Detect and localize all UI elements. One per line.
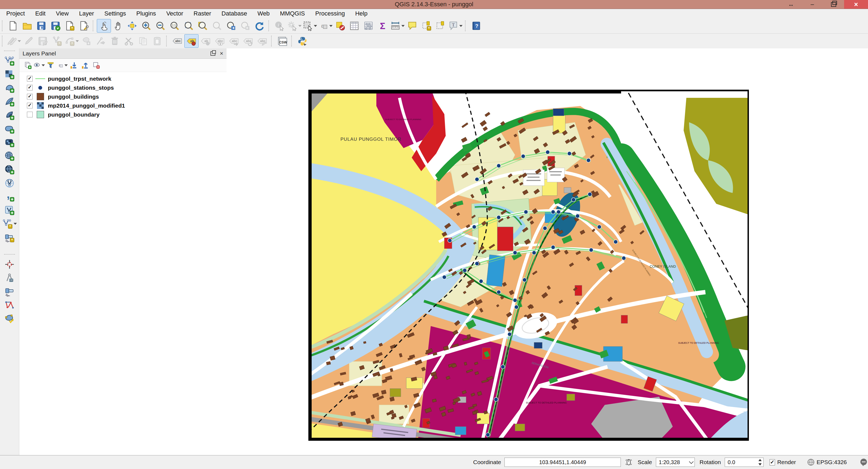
- menu-view[interactable]: View: [51, 10, 74, 17]
- add-group-button[interactable]: [22, 60, 33, 71]
- composer-manager-button[interactable]: [77, 19, 91, 33]
- menu-help[interactable]: Help: [350, 10, 373, 17]
- toolbar-grip[interactable]: [269, 21, 271, 31]
- expand-all-button[interactable]: [68, 60, 79, 71]
- zoom-full-button[interactable]: [182, 19, 196, 33]
- panel-float-icon[interactable]: [211, 52, 215, 56]
- select-by-expression-button[interactable]: ε: [318, 19, 333, 33]
- geometry-checker-button[interactable]: [2, 312, 17, 326]
- extents-toggle-icon[interactable]: [625, 458, 633, 466]
- panel-close-icon[interactable]: ×: [220, 50, 223, 57]
- select-by-expression-dropdown-icon[interactable]: [329, 25, 333, 27]
- menu-plugins[interactable]: Plugins: [131, 10, 161, 17]
- rotation-spinner[interactable]: 0.0: [725, 458, 764, 467]
- map-tips-button[interactable]: [405, 19, 419, 33]
- manage-visibility-button[interactable]: [33, 60, 45, 71]
- menu-web[interactable]: Web: [252, 10, 275, 17]
- filter-legend-button[interactable]: [45, 60, 56, 71]
- menu-settings[interactable]: Settings: [99, 10, 131, 17]
- text-annotation-button[interactable]: T: [447, 19, 463, 33]
- gps-tools-button[interactable]: [2, 285, 17, 298]
- manage-visibility-dropdown-icon[interactable]: [41, 64, 45, 66]
- restore-button[interactable]: [823, 0, 844, 9]
- measure-dropdown-icon[interactable]: [401, 25, 405, 27]
- touch-zoom-pan-button[interactable]: [97, 19, 111, 33]
- layer-item-punggol_trpst_network[interactable]: ✓punggol_trpst_network: [19, 74, 226, 83]
- show-bookmarks-button[interactable]: [433, 19, 447, 33]
- spin-down-icon[interactable]: [758, 463, 762, 466]
- layer-item-punggol_boundary[interactable]: punggol_boundary: [19, 110, 226, 119]
- layer-visibility-checkbox[interactable]: ✓: [27, 85, 33, 91]
- add-delimited-text-layer-button[interactable]: ,: [2, 190, 17, 203]
- zoom-out-button[interactable]: [153, 19, 167, 33]
- map-canvas[interactable]: PULAU PUNGGOL TIMOR CONEY ISLAND SUBJECT…: [226, 48, 868, 456]
- menu-raster[interactable]: Raster: [188, 10, 216, 17]
- toolbar-grip[interactable]: [271, 36, 273, 46]
- close-button[interactable]: ×: [844, 0, 868, 9]
- open-project-button[interactable]: [20, 19, 34, 33]
- text-annotation-dropdown-icon[interactable]: [459, 25, 463, 27]
- menu-vector[interactable]: Vector: [161, 10, 188, 17]
- layer-visibility-checkbox[interactable]: ✓: [27, 94, 33, 99]
- coordinate-capture-button[interactable]: [2, 258, 17, 271]
- crs-status-icon[interactable]: [807, 458, 815, 466]
- add-wms-layer-button[interactable]: [2, 149, 17, 163]
- zoom-to-layer-button[interactable]: [196, 19, 210, 33]
- menu-processing[interactable]: Processing: [310, 10, 350, 17]
- layer-visibility-checkbox[interactable]: ✓: [27, 76, 33, 81]
- toolbar-grip[interactable]: [465, 21, 467, 31]
- pan-map-button[interactable]: [111, 19, 125, 33]
- add-vector-layer-button[interactable]: [2, 54, 17, 68]
- zoom-last-button[interactable]: [224, 19, 238, 33]
- remove-layer-button[interactable]: [91, 60, 102, 71]
- add-db2-layer-button[interactable]: [2, 136, 17, 149]
- render-checkbox[interactable]: ✓: [770, 459, 775, 466]
- toolbar-grip[interactable]: [2, 36, 4, 46]
- coordinate-input[interactable]: 103.94451,1.40449: [504, 458, 621, 467]
- help-contents-button[interactable]: ?: [469, 19, 483, 33]
- save-project-as-button[interactable]: [49, 19, 63, 33]
- new-composer-button[interactable]: *: [63, 19, 77, 33]
- new-bookmark-button[interactable]: *: [419, 19, 433, 33]
- menu-project[interactable]: Project: [1, 10, 30, 17]
- toolbar-grip[interactable]: [291, 36, 293, 46]
- window-drag-icon[interactable]: ↔: [780, 0, 802, 9]
- layer-item-punggol_stations_stops[interactable]: ✓punggol_stations_stops: [19, 83, 226, 92]
- dxf2shape-converter-button[interactable]: CE: [2, 271, 17, 285]
- toolbar-grip[interactable]: [166, 36, 168, 46]
- add-spatialite-layer-button[interactable]: [2, 95, 17, 108]
- select-features-dropdown-icon[interactable]: [314, 25, 317, 27]
- zoom-in-button[interactable]: [139, 19, 153, 33]
- spin-up-icon[interactable]: [758, 459, 762, 461]
- layer-item-punggol_buildings[interactable]: ✓punggol_buildings: [19, 92, 226, 101]
- filter-expression-dropdown-icon[interactable]: [64, 64, 68, 66]
- new-spatialite-layer-button[interactable]: *: [2, 231, 17, 244]
- new-shapefile-layer-button[interactable]: *: [2, 217, 18, 231]
- minimize-button[interactable]: –: [802, 0, 823, 9]
- layer-item-mp2014_punggol_modified1[interactable]: ✓mp2014_punggol_modified1: [19, 101, 226, 110]
- zoom-native-button[interactable]: 1:1: [167, 19, 182, 33]
- current-edits-dropdown-icon[interactable]: [18, 40, 21, 42]
- layers-panel-header[interactable]: Layers Panel ×: [19, 48, 226, 59]
- toolbar-grip[interactable]: [2, 21, 4, 31]
- layer-visibility-checkbox[interactable]: [27, 112, 33, 118]
- toolbar-grip[interactable]: [4, 254, 15, 256]
- collapse-all-button[interactable]: [79, 60, 91, 71]
- add-wfs-layer-button[interactable]: [2, 176, 17, 190]
- refresh-button[interactable]: [252, 19, 267, 33]
- pan-to-selection-button[interactable]: [125, 19, 139, 33]
- layer-visibility-checkbox[interactable]: ✓: [27, 103, 33, 108]
- deselect-all-button[interactable]: [333, 19, 347, 33]
- add-wcs-layer-button[interactable]: [2, 163, 17, 176]
- menu-layer[interactable]: Layer: [74, 10, 99, 17]
- add-mssql-layer-button[interactable]: [2, 108, 17, 122]
- menu-mmqgis[interactable]: MMQGIS: [275, 10, 310, 17]
- python-console-button[interactable]: [295, 34, 309, 48]
- statistical-summary-button[interactable]: Σ: [375, 19, 390, 33]
- topology-checker-button[interactable]: [2, 298, 17, 312]
- add-virtual-layer-button[interactable]: [2, 203, 17, 217]
- open-attribute-table-button[interactable]: [347, 19, 362, 33]
- curve-digitize-dropdown-icon[interactable]: [75, 40, 79, 42]
- new-project-button[interactable]: [6, 19, 20, 33]
- titlebar[interactable]: QGIS 2.14.3-Essen - punggol ↔ – ×: [0, 0, 868, 9]
